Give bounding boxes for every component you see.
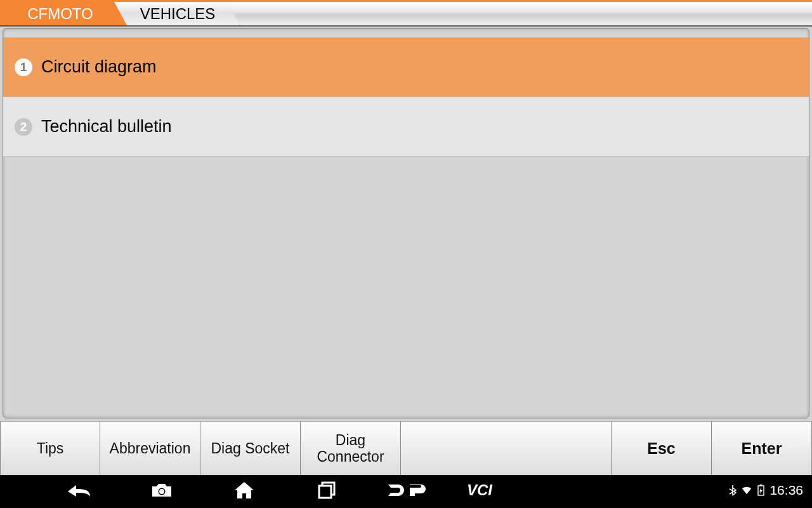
diag-connector-button[interactable]: Diag Connector <box>301 422 401 475</box>
function-button-bar: Tips Abbreviation Diag Socket Diag Conne… <box>0 421 812 475</box>
svg-rect-6 <box>759 485 762 486</box>
esc-button[interactable]: Esc <box>612 422 712 475</box>
panel: 1 Circuit diagram 2 Technical bulletin <box>3 28 809 418</box>
clock-text: 16:36 <box>769 483 803 498</box>
item-label: Technical bulletin <box>41 117 172 137</box>
svg-rect-3 <box>319 486 331 498</box>
breadcrumb-tabs: CFMOTO VEHICLES <box>0 0 812 25</box>
esc-button-label: Esc <box>647 439 675 458</box>
recent-apps-icon[interactable] <box>285 475 368 505</box>
system-status-bar: VCI 16:36 <box>0 475 812 505</box>
tab-vehicles-label: VEHICLES <box>140 5 216 23</box>
home-icon[interactable] <box>203 475 285 505</box>
button-bar-spacer <box>401 422 612 475</box>
item-number-badge: 1 <box>15 58 32 76</box>
tab-vehicles[interactable]: VEHICLES <box>113 2 240 25</box>
nav-icons-group: VCI <box>0 475 533 505</box>
svg-point-1 <box>159 489 164 494</box>
bluetooth-icon <box>728 485 738 495</box>
vci-logo-icon[interactable]: VCI <box>450 475 533 505</box>
battery-charging-icon <box>756 485 766 495</box>
tab-cfmoto[interactable]: CFMOTO <box>0 2 127 25</box>
camera-icon[interactable] <box>121 475 203 505</box>
svg-text:VCI: VCI <box>467 483 493 498</box>
abbreviation-button-label: Abbreviation <box>110 440 191 457</box>
content-area: 1 Circuit diagram 2 Technical bulletin <box>0 25 812 421</box>
enter-button[interactable]: Enter <box>712 422 812 475</box>
dp-logo-icon[interactable] <box>368 475 450 505</box>
diag-socket-button[interactable]: Diag Socket <box>200 422 301 475</box>
enter-button-label: Enter <box>742 439 782 458</box>
list-item-circuit-diagram[interactable]: 1 Circuit diagram <box>3 37 809 97</box>
back-icon[interactable] <box>38 475 121 505</box>
abbreviation-button[interactable]: Abbreviation <box>100 422 200 475</box>
wifi-icon <box>742 485 752 495</box>
item-number-badge: 2 <box>15 118 32 136</box>
tips-button[interactable]: Tips <box>0 422 100 475</box>
tab-cfmoto-label: CFMOTO <box>27 5 93 23</box>
item-label: Circuit diagram <box>41 57 157 77</box>
menu-list: 1 Circuit diagram 2 Technical bulletin <box>3 29 809 157</box>
status-right-cluster: 16:36 <box>728 483 812 498</box>
diag-connector-button-label: Diag Connector <box>304 432 396 465</box>
list-item-technical-bulletin[interactable]: 2 Technical bulletin <box>3 97 809 157</box>
diag-socket-button-label: Diag Socket <box>211 440 289 457</box>
tips-button-label: Tips <box>37 440 64 457</box>
